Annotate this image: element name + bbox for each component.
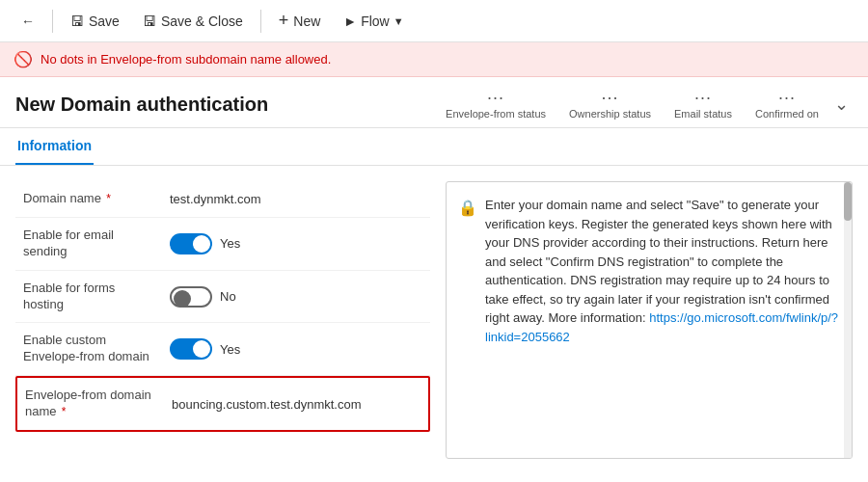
envelope-from-knob <box>193 340 210 358</box>
form-section: Domain name * test.dynmkt.com Enable for… <box>15 181 430 459</box>
tab-bar: Information <box>0 128 868 166</box>
envelope-from-toggle-label: Yes <box>220 342 240 357</box>
field-row-envelope-from: Enable custom Envelope-from domain Yes <box>15 323 430 376</box>
lock-icon: 🔒 <box>458 197 477 346</box>
field-label-email-sending: Enable for email sending <box>23 228 158 260</box>
envelope-from-toggle[interactable] <box>170 338 212 360</box>
email-sending-toggle[interactable] <box>170 233 212 254</box>
content-area: Domain name * test.dynmkt.com Enable for… <box>0 166 868 474</box>
confirmed-label: Confirmed on <box>755 108 819 120</box>
ownership-label: Ownership status <box>569 108 651 120</box>
forms-hosting-toggle-container: No <box>170 286 236 308</box>
email-sending-toggle-container: Yes <box>170 233 240 254</box>
error-banner: 🚫 No dots in Envelope-from subdomain nam… <box>0 42 868 77</box>
save-close-icon: 🖫 <box>143 13 156 29</box>
email-label: Email status <box>674 108 732 120</box>
email-status: ··· Email status <box>674 89 732 120</box>
envelope-from-toggle-container: Yes <box>170 338 240 360</box>
error-icon: 🚫 <box>14 50 33 68</box>
back-button[interactable]: ← <box>12 9 44 34</box>
ownership-status: ··· Ownership status <box>569 89 651 120</box>
forms-hosting-knob <box>174 290 191 308</box>
confirmed-dots: ··· <box>778 89 796 106</box>
required-indicator-envelope: * <box>59 405 67 418</box>
field-row-domain: Domain name * test.dynmkt.com <box>15 181 430 218</box>
envelope-domain-name-value[interactable]: bouncing.custom.test.dynmkt.com <box>172 397 420 412</box>
envelope-from-status: ··· Envelope-from status <box>446 89 546 120</box>
page-header: New Domain authentication ··· Envelope-f… <box>0 77 868 128</box>
tab-information[interactable]: Information <box>15 128 94 165</box>
info-text: Enter your domain name and select "Save"… <box>485 196 840 346</box>
domain-name-value[interactable]: test.dynmkt.com <box>170 192 422 206</box>
page-title: New Domain authentication <box>15 94 446 116</box>
info-panel-content: 🔒 Enter your domain name and select "Sav… <box>458 196 840 346</box>
info-link[interactable]: https://go.microsoft.com/fwlink/p/?linki… <box>485 310 838 344</box>
envelope-from-dots: ··· <box>487 89 504 106</box>
expand-button[interactable]: ⌄ <box>830 90 853 119</box>
save-icon: 🖫 <box>70 13 84 29</box>
email-dots: ··· <box>694 89 712 106</box>
scrollbar-track <box>844 182 852 458</box>
envelope-from-label: Envelope-from status <box>446 108 546 120</box>
back-icon: ← <box>21 13 35 29</box>
field-label-forms-hosting: Enable for forms hosting <box>23 281 158 313</box>
status-row: ··· Envelope-from status ··· Ownership s… <box>446 89 819 120</box>
flow-button[interactable]: ► Flow ▼ <box>334 9 413 34</box>
field-label-envelope-domain-name: Envelope-from domain name * <box>25 388 160 420</box>
scrollbar-thumb[interactable] <box>844 182 852 221</box>
info-panel: 🔒 Enter your domain name and select "Sav… <box>446 181 853 459</box>
save-button[interactable]: 🖫 Save <box>61 9 129 34</box>
error-message: No dots in Envelope-from subdomain name … <box>41 52 331 67</box>
divider-1 <box>52 10 53 33</box>
ownership-dots: ··· <box>602 89 619 106</box>
field-label-envelope-from: Enable custom Envelope-from domain <box>23 333 158 365</box>
field-row-envelope-domain-name: Envelope-from domain name * bouncing.cus… <box>15 376 430 432</box>
toolbar: ← 🖫 Save 🖫 Save & Close + New ► Flow ▼ <box>0 0 868 42</box>
field-row-email-sending: Enable for email sending Yes <box>15 218 430 271</box>
confirmed-on-status: ··· Confirmed on <box>755 89 819 120</box>
forms-hosting-toggle-label: No <box>220 289 236 304</box>
required-indicator-domain: * <box>103 192 111 205</box>
new-plus-icon: + <box>279 11 289 31</box>
field-label-domain: Domain name * <box>23 191 158 207</box>
field-row-forms-hosting: Enable for forms hosting No <box>15 271 430 324</box>
flow-chevron-icon: ▼ <box>393 15 404 27</box>
flow-icon: ► <box>343 13 357 29</box>
email-sending-toggle-label: Yes <box>220 236 240 251</box>
divider-2 <box>260 10 261 33</box>
new-button[interactable]: + New <box>269 6 331 36</box>
save-close-button[interactable]: 🖫 Save & Close <box>133 9 253 34</box>
forms-hosting-toggle[interactable] <box>170 286 212 308</box>
email-sending-knob <box>193 235 210 253</box>
